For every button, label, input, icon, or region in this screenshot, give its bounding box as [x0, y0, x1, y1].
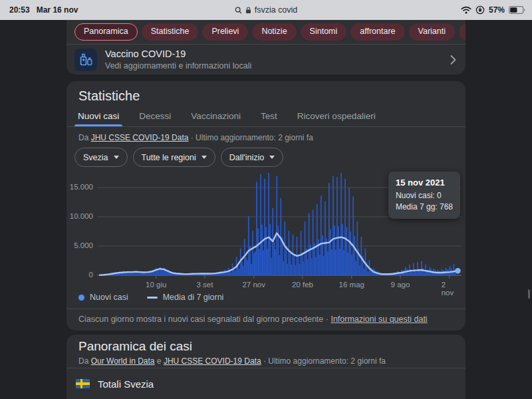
legend-item-nuovi-casi: Nuovi casi — [78, 293, 128, 302]
tooltip-rows: Nuovi casi: 0Media 7 gg: 768 — [396, 190, 453, 213]
vaccine-banner-text: Vaccino COVID-19 Vedi aggiornamenti e in… — [105, 49, 251, 70]
source-conjunction: e — [157, 356, 162, 366]
filter-tutte-le-regioni[interactable]: Tutte le regioni — [133, 148, 215, 167]
chart-filters: SveziaTutte le regioniDall'inizio — [74, 148, 283, 167]
tooltip-date: 15 nov 2021 — [396, 178, 453, 188]
chip-statistiche[interactable]: Statistiche — [142, 23, 199, 41]
tooltip-row-nuovi-casi: Nuovi casi: 0 — [396, 190, 453, 201]
dropdown-arrow-icon — [114, 156, 119, 159]
tab-decessi[interactable]: Decessi — [139, 108, 171, 126]
source-link-owid[interactable]: Our World in Data — [91, 356, 155, 366]
ipad-screen: 20:53 Mar 16 nov fsvzia covid — [0, 0, 532, 399]
dropdown-arrow-icon — [201, 156, 207, 159]
tab-vaccinazioni[interactable]: Vaccinazioni — [191, 108, 241, 126]
y-tick-5000: 5.000 — [66, 241, 93, 249]
filter-label: Tutte le regioni — [142, 153, 196, 162]
chevron-right-icon — [450, 55, 456, 65]
statistics-tabs: Nuovi casiDecessiVaccinazioniTestRicover… — [66, 108, 466, 127]
chip-panoramica[interactable]: Panoramica — [74, 23, 138, 41]
battery-icon — [509, 6, 525, 14]
topic-header-card: PanoramicaStatistichePrelieviNotizieSint… — [66, 20, 466, 74]
sweden-flag-icon — [76, 379, 90, 388]
chip-affrontare[interactable]: affrontare — [350, 23, 404, 41]
topic-chips-row: PanoramicaStatistichePrelieviNotizieSint… — [74, 23, 466, 41]
vaccine-banner[interactable]: Vaccino COVID-19 Vedi aggiornamenti e in… — [66, 45, 466, 74]
divider — [66, 309, 466, 309]
filter-label: Svezia — [83, 153, 108, 162]
legend-label: Media di 7 giorni — [163, 293, 224, 302]
statistics-source: Da JHU CSSE COVID-19 Data · Ultimo aggio… — [78, 133, 313, 142]
address-bar[interactable]: fsvzia covid — [0, 0, 532, 20]
search-icon — [235, 7, 242, 14]
source-suffix: · Ultimo aggiornamento: 2 giorni fa — [191, 133, 313, 142]
chart-tooltip: 15 nov 2021 Nuovi casi: 0Media 7 gg: 768 — [388, 172, 460, 219]
totals-sweden-row[interactable]: Totali Svezia — [66, 368, 466, 399]
x-tick-20-feb: 20 feb — [292, 281, 313, 289]
vaccine-icon — [74, 49, 97, 71]
x-tick-27-nov: 27 nov — [242, 281, 265, 289]
search-results-page: PanoramicaStatistichePrelieviNotizieSint… — [0, 20, 532, 399]
legend-item-media-di-7-giorni: Media di 7 giorni — [147, 293, 224, 302]
overview-heading: Panoramica dei casi — [78, 339, 192, 354]
y-tick-15000: 15.000 — [66, 183, 93, 191]
statistics-heading: Statistiche — [78, 88, 140, 104]
vaccine-banner-title: Vaccino COVID-19 — [105, 49, 251, 59]
statistics-card: Statistiche Nuovi casiDecessiVaccinazion… — [66, 81, 466, 331]
status-bar: 20:53 Mar 16 nov fsvzia covid — [0, 0, 532, 20]
chip-notizie[interactable]: Notizie — [252, 23, 296, 41]
chip-prelievi[interactable]: Prelievi — [202, 23, 248, 41]
tab-test[interactable]: Test — [261, 108, 277, 126]
filter-svezia[interactable]: Svezia — [74, 148, 128, 167]
footnote-link[interactable]: Informazioni su questi dati — [331, 315, 427, 324]
scroll-indicator[interactable] — [528, 289, 530, 299]
source-link-jhu[interactable]: JHU CSSE COVID-19 Data — [164, 356, 261, 366]
source-prefix: Da — [78, 356, 88, 366]
y-tick-0: 0 — [66, 271, 93, 279]
filter-dall-inizio[interactable]: Dall'inizio — [221, 148, 283, 167]
footnote-separator: · — [326, 315, 329, 324]
chip-prevenzione[interactable]: Prevenzione — [459, 23, 466, 41]
source-prefix: Da — [78, 133, 88, 142]
tab-ricoveri-ospedalieri[interactable]: Ricoveri ospedalieri — [297, 108, 376, 126]
lock-icon — [245, 7, 251, 14]
x-tick-2-nov: 2 nov — [442, 281, 458, 297]
overview-source: Da Our World in Data e JHU CSSE COVID-19… — [78, 356, 386, 366]
battery-percent: 57% — [489, 5, 505, 15]
source-link[interactable]: JHU CSSE COVID-19 Data — [91, 133, 189, 142]
x-tick-9-ago: 9 ago — [391, 281, 410, 289]
case-overview-card: Panoramica dei casi Da Our World in Data… — [66, 334, 466, 399]
tab-nuovi-casi[interactable]: Nuovi casi — [78, 108, 119, 126]
legend-label: Nuovi casi — [90, 293, 128, 302]
legend-line-icon — [147, 297, 158, 299]
chip-varianti[interactable]: Varianti — [409, 23, 455, 41]
rotation-lock-icon — [475, 5, 485, 15]
chart-legend: Nuovi casiMedia di 7 giorni — [78, 293, 223, 302]
y-tick-10000: 10.000 — [66, 212, 93, 220]
chart-footnote: Ciascun giorno mostra i nuovi casi segna… — [78, 315, 428, 324]
dropdown-arrow-icon — [269, 156, 275, 159]
wifi-icon — [461, 6, 471, 14]
source-suffix: · Ultimo aggiornamento: 2 giorni fa — [263, 356, 386, 366]
footnote-text: Ciascun giorno mostra i nuovi casi segna… — [78, 315, 323, 324]
filter-label: Dall'inizio — [229, 153, 264, 162]
tooltip-row-media-7-gg: Media 7 gg: 768 — [396, 201, 453, 213]
vaccine-banner-subtitle: Vedi aggiornamenti e informazioni locali — [105, 61, 251, 70]
x-tick-10-giu: 10 giu — [146, 281, 166, 289]
chip-sintomi[interactable]: Sintomi — [301, 23, 347, 41]
x-tick-3-set: 3 set — [196, 281, 213, 289]
legend-dot-icon — [78, 295, 84, 301]
x-tick-16-mag: 16 mag — [339, 281, 364, 289]
totals-label: Totali Svezia — [98, 378, 154, 390]
address-bar-text: fsvzia covid — [255, 5, 298, 15]
